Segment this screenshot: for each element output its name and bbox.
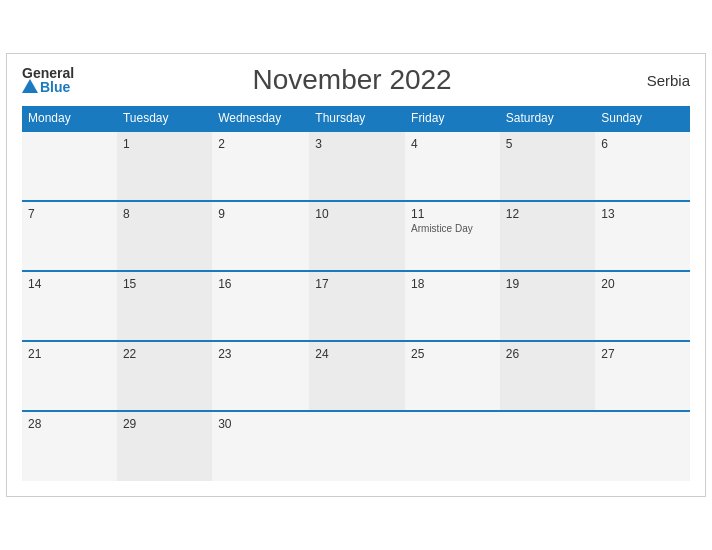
weekday-header-row: Monday Tuesday Wednesday Thursday Friday… — [22, 106, 690, 131]
day-number: 13 — [601, 207, 684, 221]
day-number: 8 — [123, 207, 206, 221]
logo: General Blue — [22, 66, 74, 94]
calendar-cell: 13 — [595, 201, 690, 271]
logo-triangle-icon — [22, 79, 38, 93]
day-number: 3 — [315, 137, 399, 151]
week-row-5: 282930 — [22, 411, 690, 481]
header-tuesday: Tuesday — [117, 106, 212, 131]
day-number: 29 — [123, 417, 206, 431]
logo-general-text: General — [22, 66, 74, 80]
calendar-cell — [22, 131, 117, 201]
calendar-cell: 21 — [22, 341, 117, 411]
day-number: 28 — [28, 417, 111, 431]
event-label: Armistice Day — [411, 223, 494, 234]
calendar-cell: 11Armistice Day — [405, 201, 500, 271]
calendar-cell: 3 — [309, 131, 405, 201]
calendar-cell: 9 — [212, 201, 309, 271]
calendar-cell: 16 — [212, 271, 309, 341]
day-number: 4 — [411, 137, 494, 151]
calendar-cell: 28 — [22, 411, 117, 481]
day-number: 22 — [123, 347, 206, 361]
day-number: 23 — [218, 347, 303, 361]
calendar-cell — [595, 411, 690, 481]
header-wednesday: Wednesday — [212, 106, 309, 131]
day-number: 18 — [411, 277, 494, 291]
day-number: 30 — [218, 417, 303, 431]
day-number: 6 — [601, 137, 684, 151]
calendar-cell: 7 — [22, 201, 117, 271]
calendar-grid: Monday Tuesday Wednesday Thursday Friday… — [22, 106, 690, 481]
calendar-cell: 18 — [405, 271, 500, 341]
calendar-cell: 27 — [595, 341, 690, 411]
calendar-cell — [500, 411, 596, 481]
day-number: 25 — [411, 347, 494, 361]
logo-blue-text: Blue — [40, 80, 70, 94]
day-number: 5 — [506, 137, 590, 151]
day-number: 1 — [123, 137, 206, 151]
calendar-cell: 25 — [405, 341, 500, 411]
day-number: 24 — [315, 347, 399, 361]
day-number: 21 — [28, 347, 111, 361]
calendar-cell: 17 — [309, 271, 405, 341]
day-number: 20 — [601, 277, 684, 291]
calendar-cell: 23 — [212, 341, 309, 411]
week-row-2: 7891011Armistice Day1213 — [22, 201, 690, 271]
calendar-cell — [309, 411, 405, 481]
calendar-cell: 29 — [117, 411, 212, 481]
day-number: 9 — [218, 207, 303, 221]
day-number: 11 — [411, 207, 494, 221]
calendar-cell: 26 — [500, 341, 596, 411]
calendar-cell: 19 — [500, 271, 596, 341]
day-number: 19 — [506, 277, 590, 291]
calendar-cell: 20 — [595, 271, 690, 341]
calendar-cell — [405, 411, 500, 481]
day-number: 26 — [506, 347, 590, 361]
day-number: 15 — [123, 277, 206, 291]
day-number: 17 — [315, 277, 399, 291]
calendar-cell: 24 — [309, 341, 405, 411]
logo-blue-container: Blue — [22, 80, 70, 94]
calendar-cell: 6 — [595, 131, 690, 201]
calendar-cell: 5 — [500, 131, 596, 201]
calendar-cell: 2 — [212, 131, 309, 201]
header-thursday: Thursday — [309, 106, 405, 131]
header-friday: Friday — [405, 106, 500, 131]
calendar-cell: 1 — [117, 131, 212, 201]
header-monday: Monday — [22, 106, 117, 131]
country-name: Serbia — [630, 72, 690, 89]
week-row-1: 123456 — [22, 131, 690, 201]
day-number: 12 — [506, 207, 590, 221]
day-number: 14 — [28, 277, 111, 291]
header-sunday: Sunday — [595, 106, 690, 131]
day-number: 27 — [601, 347, 684, 361]
week-row-3: 14151617181920 — [22, 271, 690, 341]
calendar-cell: 8 — [117, 201, 212, 271]
calendar-cell: 15 — [117, 271, 212, 341]
calendar-title: November 2022 — [74, 64, 630, 96]
calendar-container: General Blue November 2022 Serbia Monday… — [6, 53, 706, 497]
calendar-cell: 4 — [405, 131, 500, 201]
calendar-cell: 14 — [22, 271, 117, 341]
calendar-cell: 22 — [117, 341, 212, 411]
day-number: 10 — [315, 207, 399, 221]
calendar-cell: 12 — [500, 201, 596, 271]
calendar-cell: 10 — [309, 201, 405, 271]
calendar-cell: 30 — [212, 411, 309, 481]
day-number: 16 — [218, 277, 303, 291]
calendar-header: General Blue November 2022 Serbia — [22, 64, 690, 96]
day-number: 7 — [28, 207, 111, 221]
day-number: 2 — [218, 137, 303, 151]
week-row-4: 21222324252627 — [22, 341, 690, 411]
header-saturday: Saturday — [500, 106, 596, 131]
